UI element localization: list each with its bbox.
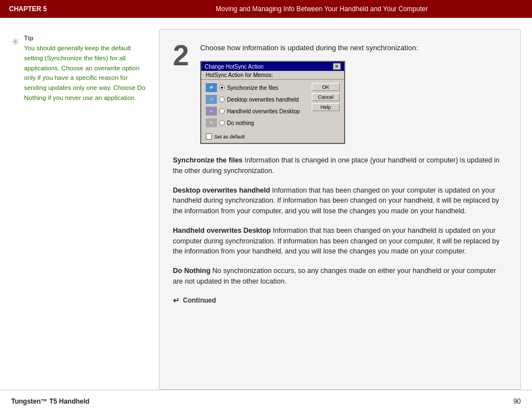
- step-instruction: Choose how information is updated during…: [200, 43, 504, 53]
- header-title: Moving and Managing Info Between Your Ha…: [120, 5, 523, 13]
- step-right: Choose how information is updated during…: [200, 43, 504, 144]
- main-layout: ✳ Tip You should generally keep the defa…: [0, 18, 532, 390]
- set-as-default-label: Set as default: [214, 134, 245, 140]
- sync-label: Synchronize the files: [227, 85, 278, 91]
- tip-label: Tip: [24, 35, 148, 41]
- term-sync: Synchronize the files: [173, 156, 243, 164]
- body-section-handheld: Handheld overwrites Desktop Information …: [173, 226, 504, 257]
- term-desktop: Desktop overwrites handheld: [173, 186, 270, 194]
- tip-text: You should generally keep the default se…: [24, 44, 148, 103]
- handheld-overwrites-radio[interactable]: [219, 108, 225, 114]
- header: CHAPTER 5 Moving and Managing Info Betwe…: [0, 0, 532, 18]
- continued-section: ↵ Continued: [173, 296, 504, 305]
- term-nothing: Do Nothing: [173, 267, 210, 275]
- desktop-overwrites-label: Desktop overwrites handheld: [227, 97, 299, 103]
- dialog-titlebar: Change HotSync Action ✕: [201, 62, 344, 71]
- def-nothing: No synchronization occurs, so any change…: [173, 267, 496, 285]
- dialog-body: ⇄ Synchronize the files ⇒ Desktop overwr…: [201, 80, 344, 133]
- dialog-option-row[interactable]: ⇐ Handheld overwrites Desktop: [206, 107, 308, 116]
- dialog-window: Change HotSync Action ✕ HotSync Action f…: [200, 61, 345, 144]
- body-section-desktop: Desktop overwrites handheld Information …: [173, 185, 504, 217]
- sync-radio[interactable]: [219, 85, 225, 90]
- ok-button[interactable]: OK: [312, 83, 340, 91]
- body-section-sync: Synchronize the files Information that i…: [173, 155, 504, 176]
- term-handheld: Handheld overwrites Desktop: [173, 227, 271, 234]
- tip-star-icon: ✳: [11, 36, 20, 48]
- help-button[interactable]: Help: [312, 103, 340, 111]
- do-nothing-label: Do nothing: [227, 120, 254, 126]
- dialog-title: Change HotSync Action: [205, 64, 264, 70]
- sync-icon: ⇄: [206, 83, 217, 92]
- brand-name: Tungsten™ T5 Handheld: [11, 397, 89, 405]
- tip-container: ✳ Tip You should generally keep the defa…: [11, 35, 148, 103]
- footer-page: 90: [514, 397, 521, 405]
- continued-label: Continued: [183, 296, 216, 304]
- step-header: 2 Choose how information is updated duri…: [173, 43, 504, 144]
- set-as-default-checkbox[interactable]: [206, 133, 212, 140]
- dialog-option-row[interactable]: ⇄ Synchronize the files: [206, 83, 308, 92]
- handheld-overwrites-label: Handheld overwrites Desktop: [227, 108, 300, 114]
- cancel-button[interactable]: Cancel: [312, 93, 340, 101]
- nothing-icon: ✕: [206, 118, 217, 127]
- handheld-icon: ⇐: [206, 107, 217, 116]
- body-section-nothing: Do Nothing No synchronization occurs, so…: [173, 266, 504, 287]
- continued-arrow-icon: ↵: [173, 296, 180, 305]
- sidebar: ✳ Tip You should generally keep the defa…: [0, 29, 159, 390]
- dialog-app-label: HotSync Action for Memos:: [201, 71, 344, 80]
- tip-content: Tip You should generally keep the defaul…: [24, 35, 148, 103]
- dialog-option-row[interactable]: ✕ Do nothing: [206, 118, 308, 127]
- desktop-icon: ⇒: [206, 95, 217, 104]
- footer-brand: Tungsten™ T5 Handheld: [11, 397, 89, 405]
- footer: Tungsten™ T5 Handheld 90: [0, 390, 532, 412]
- content-panel: 2 Choose how information is updated duri…: [159, 29, 521, 390]
- dialog-buttons: OK Cancel Help: [312, 83, 340, 130]
- chapter-label: CHAPTER 5: [9, 5, 120, 13]
- step-number: 2: [173, 41, 189, 70]
- dialog-options: ⇄ Synchronize the files ⇒ Desktop overwr…: [206, 83, 308, 130]
- dialog-close-button[interactable]: ✕: [333, 63, 341, 70]
- do-nothing-radio[interactable]: [219, 120, 225, 126]
- set-as-default-row[interactable]: Set as default: [201, 133, 344, 143]
- dialog-option-row[interactable]: ⇒ Desktop overwrites handheld: [206, 95, 308, 104]
- desktop-overwrites-radio[interactable]: [219, 97, 225, 102]
